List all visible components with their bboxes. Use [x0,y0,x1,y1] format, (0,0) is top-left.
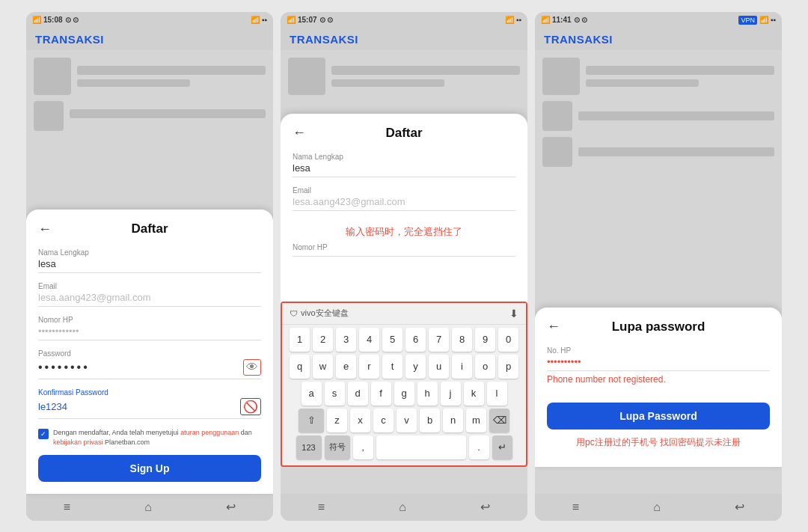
key-z[interactable]: z [327,409,347,432]
annotation-s3: 用pc注册过的手机号 找回密码提示未注册 [547,429,770,455]
modal-title-3: Lupa password [612,319,706,334]
key-p[interactable]: p [498,355,518,379]
key-space[interactable] [376,435,466,459]
key-w[interactable]: w [313,355,333,379]
value-konfirmasi-1[interactable]: le1234 [38,401,67,412]
key-g[interactable]: g [394,382,414,406]
key-4[interactable]: 4 [359,328,379,352]
key-b[interactable]: b [420,409,440,432]
value-nama-1[interactable]: lesa [38,258,261,273]
key-0[interactable]: 0 [498,328,518,352]
back-icon-1[interactable]: ↩ [226,500,236,514]
signal-icon-2: 📶 [287,16,296,24]
signup-button[interactable]: Sign Up [38,455,261,482]
value-hp-2[interactable] [293,253,515,257]
checkbox-text-1: Dengan mendaftar, Anda telah menyetujui … [53,428,261,447]
key-1[interactable]: 1 [290,328,310,352]
bg-line-2 [77,79,190,87]
key-c[interactable]: c [373,409,394,432]
key-backspace[interactable]: ⌫ [489,409,509,432]
bg-line-3 [70,109,266,118]
key-r[interactable]: r [359,355,379,379]
key-2[interactable]: 2 [313,328,333,352]
back-icon-3[interactable]: ↩ [735,500,744,514]
key-symbols[interactable]: 符号 [325,435,350,459]
link-kebijakan[interactable]: kebijakan privasi [53,438,103,446]
key-q[interactable]: q [290,355,310,379]
key-f[interactable]: f [371,382,391,406]
key-enter[interactable]: ↵ [492,435,512,459]
key-y[interactable]: y [405,355,426,379]
bg-line-12 [578,147,774,156]
back-arrow-1[interactable]: ← [38,221,52,237]
lupa-password-button[interactable]: Lupa Password [547,403,770,429]
key-6[interactable]: 6 [405,328,426,352]
battery-3: ▪▪ [771,16,776,24]
value-email-2[interactable]: lesa.aang423@gmail.com [293,196,515,211]
key-shift[interactable]: ⇧ [299,409,324,432]
checkbox-row-1: ✓ Dengan mendaftar, Anda telah menyetuju… [38,428,261,447]
app-header-3: TRANSAKSI [535,28,782,50]
key-x[interactable]: x [350,409,370,432]
battery-icon-3: ⊙ ⊙ [574,16,588,24]
keyboard-brand: 🛡 vivo安全键盘 [290,308,349,319]
modal-header-2: ← Daftar [293,126,515,141]
eye-icon-1[interactable]: 👁 [243,359,261,376]
checkbox-1[interactable]: ✓ [38,429,49,439]
screens-container: 📶 15:08 ⊙ ⊙ 📶 ▪▪ TRANSAKSI [0,0,808,532]
keyboard-down-icon[interactable]: ⬇ [509,308,518,319]
key-8[interactable]: 8 [452,328,472,352]
home-icon-2[interactable]: ⌂ [399,501,406,514]
shield-icon: 🛡 [290,309,298,318]
status-time-2: 📶 15:07 ⊙ ⊙ [287,16,333,24]
key-period[interactable]: . [469,435,489,459]
phone-screen-3: 📶 11:41 ⊙ ⊙ VPN 📶 ▪▪ TRANSAKSI [535,12,782,521]
key-e[interactable]: e [336,355,356,379]
bg-line-11 [578,111,774,120]
value-nama-2[interactable]: lesa [293,162,515,177]
key-u[interactable]: u [429,355,449,379]
keyboard-row-q: q w e r t y u i o p [285,355,523,379]
key-5[interactable]: 5 [382,328,403,352]
key-h[interactable]: h [417,382,438,406]
key-j[interactable]: j [441,382,461,406]
back-arrow-3[interactable]: ← [547,319,560,334]
key-l[interactable]: l [487,382,507,406]
key-t[interactable]: t [382,355,403,379]
status-bar-2: 📶 15:07 ⊙ ⊙ 📶 ▪▪ [281,12,527,28]
back-arrow-2[interactable]: ← [293,125,306,141]
eye-icon-2[interactable]: 🚫 [240,398,261,415]
signal-icon-3: 📶 [541,16,550,24]
key-o[interactable]: o [475,355,495,379]
key-i[interactable]: i [452,355,472,379]
keyboard-row-z: ⇧ z x c v b n m ⌫ [285,409,523,432]
key-comma[interactable]: , [353,435,373,459]
key-n[interactable]: n [443,409,463,432]
menu-icon-2[interactable]: ≡ [318,501,325,514]
value-password-1[interactable]: •••••••• [38,361,90,374]
key-k[interactable]: k [464,382,484,406]
value-hp-1[interactable]: •••••••••••• [38,325,261,340]
menu-icon-1[interactable]: ≡ [64,501,70,514]
value-email-1[interactable]: lesa.aang423@gmail.com [38,292,261,307]
bg-placeholder-5 [542,58,580,95]
key-a[interactable]: a [302,382,322,406]
key-s[interactable]: s [325,382,345,406]
time-3: 11:41 [552,16,572,24]
key-m[interactable]: m [466,409,486,432]
back-icon-2[interactable]: ↩ [480,500,490,514]
key-123[interactable]: 123 [296,435,322,459]
app-header-2: TRANSAKSI [281,28,527,50]
home-icon-1[interactable]: ⌂ [144,501,152,514]
link-aturan[interactable]: aturan penggunaan [180,429,239,436]
home-icon-3[interactable]: ⌂ [653,501,661,514]
key-7[interactable]: 7 [429,328,449,352]
field-nohp-3: No. HP •••••••••• Phone number not regis… [547,346,770,385]
key-v[interactable]: v [397,409,417,432]
bg-placeholder-2 [34,101,64,131]
key-3[interactable]: 3 [336,328,356,352]
value-nohp-3[interactable]: •••••••••• [547,356,770,371]
menu-icon-3[interactable]: ≡ [572,501,579,514]
key-d[interactable]: d [348,382,368,406]
key-9[interactable]: 9 [475,328,495,352]
